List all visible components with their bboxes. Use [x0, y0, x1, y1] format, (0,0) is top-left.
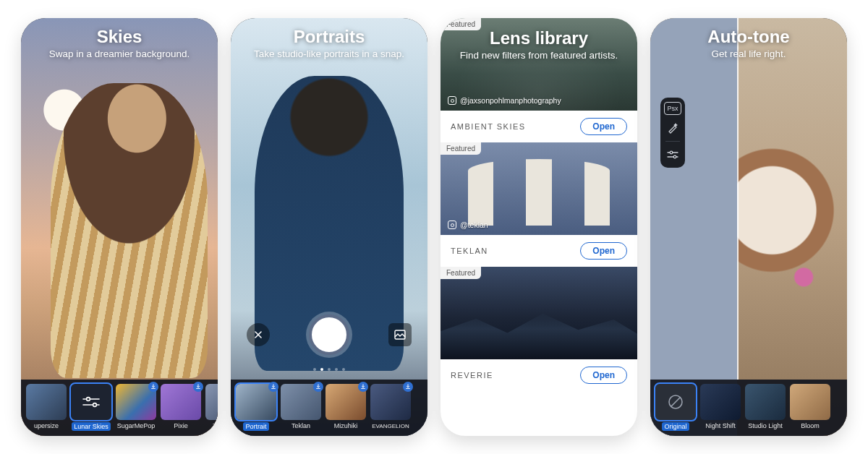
hero-text: Lens library Find new filters from featu…	[441, 28, 637, 61]
filter-label: Pixie	[174, 422, 188, 429]
separator	[665, 141, 680, 142]
feature-subtitle: Get real life right.	[650, 48, 847, 59]
feature-subtitle: Find new filters from featured artists.	[441, 50, 637, 61]
artist-handle: @teklan	[460, 220, 488, 229]
filter-label: Bloom	[801, 422, 820, 429]
lens-card-image: @vladimirpetkovic	[441, 267, 637, 359]
filter-label: SugarMePop	[117, 422, 156, 429]
filter-label: Original	[662, 422, 689, 431]
filter-label: Teklan	[292, 422, 310, 429]
artist-handle: @jaxsonpohlmanphotography	[460, 96, 561, 105]
psx-badge[interactable]: Psx	[664, 102, 681, 115]
filter-preview	[790, 384, 830, 420]
filter-label: Lunar Skies	[72, 422, 111, 431]
open-button[interactable]: Open	[580, 118, 627, 135]
screenshot-skies: Skies Swap in a dreamier background. upe…	[21, 18, 218, 436]
filter-thumb[interactable]: EVANGELION	[370, 384, 411, 429]
lens-pack-name: AMBIENT SKIES	[451, 122, 526, 131]
gallery-icon	[394, 330, 406, 340]
filter-thumb[interactable]: SugarMePop	[116, 384, 156, 429]
featured-badge: Featured	[441, 142, 481, 155]
adjust-button[interactable]	[664, 146, 681, 163]
filter-thumb[interactable]: Pixie	[161, 384, 201, 429]
filter-thumb[interactable]: upersize	[26, 384, 67, 429]
hero-text: Auto-tone Get real life right.	[650, 27, 847, 59]
cloud-download-icon	[148, 382, 158, 392]
filter-preview	[700, 384, 741, 420]
photo-background	[650, 18, 847, 436]
filter-preview	[745, 384, 786, 420]
lens-list[interactable]: Featured Lens library Find new filters f…	[441, 18, 637, 436]
lens-card-image: Lens library Find new filters from featu…	[441, 18, 637, 111]
adjust-icon	[667, 150, 678, 159]
filter-thumb[interactable]: Mizuhiki	[326, 384, 366, 429]
magic-wand-button[interactable]	[664, 119, 681, 137]
feature-title: Skies	[21, 27, 218, 47]
subject-person	[51, 83, 208, 378]
filter-preview	[26, 384, 67, 420]
screenshot-auto-tone: Auto-tone Get real life right. Psx Origi…	[650, 18, 847, 436]
filter-thumb-selected[interactable]: Portrait	[236, 384, 276, 431]
lens-card[interactable]: Featured @teklan TEKLAN Open	[441, 142, 637, 267]
svg-point-6	[670, 151, 673, 154]
cloud-download-icon	[403, 382, 413, 392]
filter-label: Mizuhiki	[334, 422, 358, 429]
filter-thumb-selected[interactable]: Lunar Skies	[71, 384, 111, 431]
svg-point-8	[673, 155, 676, 158]
open-button[interactable]: Open	[580, 242, 627, 260]
feature-title: Lens library	[441, 28, 637, 48]
filter-thumb[interactable]: Teklan	[281, 384, 321, 429]
filter-strip[interactable]: upersize Lunar Skies SugarMePop Pixie Te	[21, 380, 218, 436]
filter-label: EVANGELION	[372, 423, 409, 429]
hero-text: Portraits Take studio-like portraits in …	[231, 27, 427, 59]
lens-pack-row: TEKLAN Open	[441, 235, 637, 267]
lens-pack-row: AMBIENT SKIES Open	[441, 111, 637, 142]
shutter-button[interactable]	[309, 314, 349, 355]
magic-wand-icon	[667, 122, 678, 134]
page-dots	[231, 368, 427, 371]
lens-pack-name: TEKLAN	[451, 247, 488, 255]
filter-preview	[71, 384, 111, 420]
filter-label: Night Shift	[705, 422, 736, 429]
svg-line-10	[671, 398, 680, 406]
lens-card-image: @teklan	[441, 142, 637, 235]
lens-pack-row: REVERIE Open	[441, 359, 637, 391]
screenshot-portraits: Portraits Take studio-like portraits in …	[231, 18, 427, 436]
feature-title: Auto-tone	[650, 27, 847, 47]
lens-card[interactable]: Featured @vladimirpetkovic REVERIE Open	[441, 267, 637, 391]
svg-point-1	[87, 398, 90, 401]
close-button[interactable]	[247, 323, 270, 346]
filter-thumb[interactable]: Studio Light	[745, 384, 786, 429]
artist-handle: @vladimirpetkovic	[460, 345, 522, 354]
instagram-icon	[448, 345, 456, 354]
svg-point-3	[93, 403, 97, 407]
filter-strip[interactable]: Portrait Teklan Mizuhiki EVANGELION	[231, 380, 427, 436]
filter-preview	[655, 384, 696, 420]
none-icon	[655, 384, 696, 420]
lens-card[interactable]: Featured Lens library Find new filters f…	[441, 18, 637, 142]
artist-credit: @teklan	[448, 220, 488, 229]
cloud-download-icon	[193, 382, 203, 392]
filter-thumb[interactable]: Te	[205, 384, 218, 429]
filter-thumb[interactable]: Night Shift	[700, 384, 741, 429]
artist-credit: @vladimirpetkovic	[448, 345, 522, 354]
filter-thumb[interactable]: Bloom	[790, 384, 830, 429]
tool-panel: Psx	[660, 98, 685, 168]
open-button[interactable]: Open	[580, 367, 627, 384]
featured-badge: Featured	[441, 267, 481, 279]
artist-credit: @jaxsonpohlmanphotography	[448, 96, 561, 105]
filter-thumb-selected[interactable]: Original	[655, 384, 696, 431]
cloud-download-icon	[313, 382, 323, 392]
feature-subtitle: Swap in a dreamier background.	[21, 48, 218, 59]
filter-strip[interactable]: Original Night Shift Studio Light Bloom	[650, 380, 847, 436]
instagram-icon	[448, 96, 456, 105]
cloud-download-icon	[268, 382, 278, 392]
filter-label: Portrait	[243, 422, 268, 431]
gallery-button[interactable]	[388, 323, 412, 346]
instagram-icon	[448, 220, 456, 229]
feature-title: Portraits	[231, 27, 427, 47]
filter-preview	[205, 384, 218, 420]
camera-controls	[231, 313, 427, 356]
adjust-icon	[82, 395, 101, 408]
compare-slider[interactable]	[737, 18, 739, 380]
